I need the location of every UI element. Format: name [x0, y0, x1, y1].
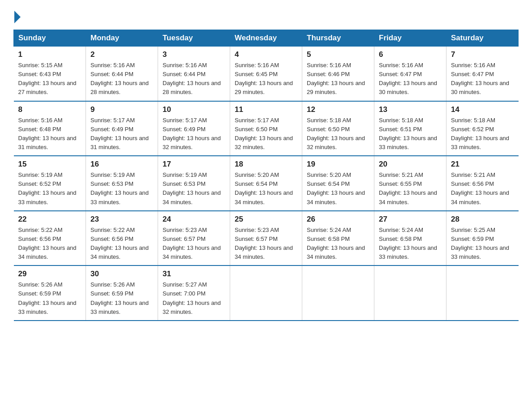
- day-number: 3: [163, 50, 225, 59]
- day-info: Sunrise: 5:16 AMSunset: 6:45 PMDaylight:…: [235, 62, 293, 95]
- day-number: 14: [451, 105, 514, 114]
- logo-arrow-icon: [14, 11, 21, 23]
- header-cell-wednesday: Wednesday: [230, 30, 302, 47]
- header-cell-thursday: Thursday: [302, 30, 374, 47]
- day-number: 17: [163, 160, 225, 169]
- calendar-body: 1 Sunrise: 5:15 AMSunset: 6:43 PMDayligh…: [14, 47, 519, 321]
- day-info: Sunrise: 5:16 AMSunset: 6:46 PMDaylight:…: [307, 62, 365, 95]
- header-cell-saturday: Saturday: [446, 30, 519, 47]
- calendar-header: SundayMondayTuesdayWednesdayThursdayFrid…: [14, 30, 519, 47]
- day-info: Sunrise: 5:19 AMSunset: 6:53 PMDaylight:…: [163, 171, 221, 205]
- day-info: Sunrise: 5:18 AMSunset: 6:51 PMDaylight:…: [379, 117, 437, 150]
- day-number: 5: [307, 50, 369, 59]
- day-number: 6: [379, 50, 442, 59]
- page-header: [13, 9, 519, 21]
- day-info: Sunrise: 5:24 AMSunset: 6:58 PMDaylight:…: [307, 227, 365, 260]
- day-cell: 25 Sunrise: 5:23 AMSunset: 6:57 PMDaylig…: [230, 211, 302, 266]
- day-cell: 12 Sunrise: 5:18 AMSunset: 6:50 PMDaylig…: [302, 101, 374, 156]
- day-cell: 13 Sunrise: 5:18 AMSunset: 6:51 PMDaylig…: [374, 101, 446, 156]
- day-cell: 10 Sunrise: 5:17 AMSunset: 6:49 PMDaylig…: [158, 101, 230, 156]
- day-number: 28: [451, 215, 514, 224]
- day-number: 24: [163, 215, 225, 224]
- day-cell: 24 Sunrise: 5:23 AMSunset: 6:57 PMDaylig…: [158, 211, 230, 266]
- day-info: Sunrise: 5:23 AMSunset: 6:57 PMDaylight:…: [163, 227, 221, 260]
- day-number: 19: [307, 160, 369, 169]
- day-cell: 17 Sunrise: 5:19 AMSunset: 6:53 PMDaylig…: [158, 156, 230, 211]
- day-cell: [446, 265, 519, 321]
- day-info: Sunrise: 5:19 AMSunset: 6:53 PMDaylight:…: [90, 171, 149, 205]
- day-cell: 3 Sunrise: 5:16 AMSunset: 6:44 PMDayligh…: [158, 47, 230, 101]
- day-info: Sunrise: 5:27 AMSunset: 7:00 PMDaylight:…: [163, 281, 221, 315]
- day-number: 29: [18, 270, 82, 278]
- day-cell: 30 Sunrise: 5:26 AMSunset: 6:59 PMDaylig…: [86, 265, 158, 321]
- day-info: Sunrise: 5:17 AMSunset: 6:50 PMDaylight:…: [235, 117, 293, 150]
- day-info: Sunrise: 5:18 AMSunset: 6:50 PMDaylight:…: [307, 117, 365, 150]
- day-number: 13: [379, 105, 442, 114]
- day-cell: 28 Sunrise: 5:25 AMSunset: 6:59 PMDaylig…: [446, 211, 519, 266]
- day-info: Sunrise: 5:20 AMSunset: 6:54 PMDaylight:…: [235, 171, 293, 205]
- day-number: 22: [18, 215, 82, 224]
- day-cell: 26 Sunrise: 5:24 AMSunset: 6:58 PMDaylig…: [302, 211, 374, 266]
- day-number: 23: [90, 215, 153, 224]
- day-cell: 22 Sunrise: 5:22 AMSunset: 6:56 PMDaylig…: [14, 211, 86, 266]
- day-number: 31: [163, 270, 225, 278]
- day-number: 21: [451, 160, 514, 169]
- day-info: Sunrise: 5:17 AMSunset: 6:49 PMDaylight:…: [90, 117, 149, 150]
- day-number: 1: [18, 50, 82, 59]
- day-cell: 14 Sunrise: 5:18 AMSunset: 6:52 PMDaylig…: [446, 101, 519, 156]
- day-number: 15: [18, 160, 82, 169]
- day-info: Sunrise: 5:16 AMSunset: 6:48 PMDaylight:…: [18, 117, 77, 150]
- day-info: Sunrise: 5:16 AMSunset: 6:47 PMDaylight:…: [379, 62, 437, 95]
- day-number: 7: [451, 50, 514, 59]
- day-cell: 15 Sunrise: 5:19 AMSunset: 6:52 PMDaylig…: [14, 156, 86, 211]
- day-number: 18: [235, 160, 297, 169]
- day-info: Sunrise: 5:15 AMSunset: 6:43 PMDaylight:…: [18, 62, 77, 95]
- day-number: 9: [90, 105, 153, 114]
- day-info: Sunrise: 5:17 AMSunset: 6:49 PMDaylight:…: [163, 117, 221, 150]
- day-cell: 7 Sunrise: 5:16 AMSunset: 6:47 PMDayligh…: [446, 47, 519, 101]
- day-info: Sunrise: 5:26 AMSunset: 6:59 PMDaylight:…: [90, 281, 149, 315]
- day-info: Sunrise: 5:19 AMSunset: 6:52 PMDaylight:…: [18, 171, 77, 205]
- day-info: Sunrise: 5:16 AMSunset: 6:47 PMDaylight:…: [451, 62, 509, 95]
- day-info: Sunrise: 5:16 AMSunset: 6:44 PMDaylight:…: [163, 62, 221, 95]
- day-cell: 23 Sunrise: 5:22 AMSunset: 6:56 PMDaylig…: [86, 211, 158, 266]
- day-cell: 4 Sunrise: 5:16 AMSunset: 6:45 PMDayligh…: [230, 47, 302, 101]
- header-row: SundayMondayTuesdayWednesdayThursdayFrid…: [14, 30, 519, 47]
- day-cell: 6 Sunrise: 5:16 AMSunset: 6:47 PMDayligh…: [374, 47, 446, 101]
- day-cell: 27 Sunrise: 5:24 AMSunset: 6:58 PMDaylig…: [374, 211, 446, 266]
- day-cell: 9 Sunrise: 5:17 AMSunset: 6:49 PMDayligh…: [86, 101, 158, 156]
- week-row-1: 1 Sunrise: 5:15 AMSunset: 6:43 PMDayligh…: [14, 47, 519, 101]
- header-cell-friday: Friday: [374, 30, 446, 47]
- day-info: Sunrise: 5:20 AMSunset: 6:54 PMDaylight:…: [307, 171, 365, 205]
- day-cell: 2 Sunrise: 5:16 AMSunset: 6:44 PMDayligh…: [86, 47, 158, 101]
- day-number: 4: [235, 50, 297, 59]
- day-cell: 29 Sunrise: 5:26 AMSunset: 6:59 PMDaylig…: [14, 265, 86, 321]
- header-cell-sunday: Sunday: [14, 30, 86, 47]
- calendar-table: SundayMondayTuesdayWednesdayThursdayFrid…: [13, 30, 519, 321]
- day-number: 11: [235, 105, 297, 114]
- day-info: Sunrise: 5:25 AMSunset: 6:59 PMDaylight:…: [451, 227, 509, 260]
- day-cell: 31 Sunrise: 5:27 AMSunset: 7:00 PMDaylig…: [158, 265, 230, 321]
- day-cell: 5 Sunrise: 5:16 AMSunset: 6:46 PMDayligh…: [302, 47, 374, 101]
- day-cell: 20 Sunrise: 5:21 AMSunset: 6:55 PMDaylig…: [374, 156, 446, 211]
- day-info: Sunrise: 5:24 AMSunset: 6:58 PMDaylight:…: [379, 227, 437, 260]
- day-number: 16: [90, 160, 153, 169]
- day-number: 30: [90, 270, 153, 278]
- header-cell-tuesday: Tuesday: [158, 30, 230, 47]
- day-info: Sunrise: 5:18 AMSunset: 6:52 PMDaylight:…: [451, 117, 509, 150]
- day-cell: [230, 265, 302, 321]
- header-cell-monday: Monday: [86, 30, 158, 47]
- day-number: 8: [18, 105, 82, 114]
- day-number: 12: [307, 105, 369, 114]
- day-number: 26: [307, 215, 369, 224]
- day-cell: 21 Sunrise: 5:21 AMSunset: 6:56 PMDaylig…: [446, 156, 519, 211]
- day-number: 25: [235, 215, 297, 224]
- day-info: Sunrise: 5:26 AMSunset: 6:59 PMDaylight:…: [18, 281, 77, 315]
- day-number: 20: [379, 160, 442, 169]
- week-row-5: 29 Sunrise: 5:26 AMSunset: 6:59 PMDaylig…: [14, 265, 519, 321]
- day-cell: 16 Sunrise: 5:19 AMSunset: 6:53 PMDaylig…: [86, 156, 158, 211]
- day-number: 27: [379, 215, 442, 224]
- logo: [13, 9, 21, 21]
- day-cell: 8 Sunrise: 5:16 AMSunset: 6:48 PMDayligh…: [14, 101, 86, 156]
- day-info: Sunrise: 5:16 AMSunset: 6:44 PMDaylight:…: [90, 62, 149, 95]
